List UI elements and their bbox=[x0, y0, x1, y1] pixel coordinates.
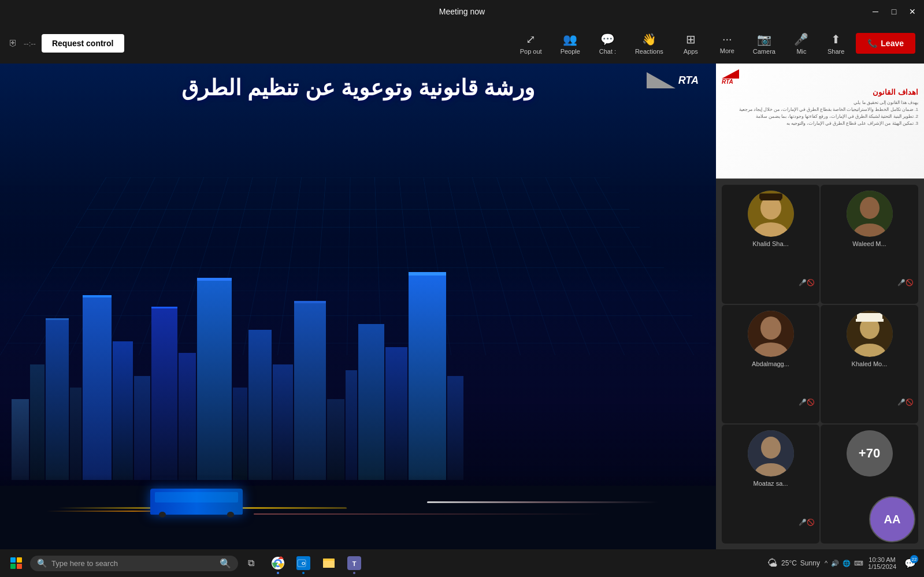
name-abdalmag: Abdalmagg... bbox=[752, 360, 789, 367]
chat-label: Chat : bbox=[599, 48, 616, 55]
close-button[interactable]: ✕ bbox=[907, 7, 918, 16]
meeting-toolbar: ⛨ --:-- Request control ⤢ Pop out 👥 Peop… bbox=[0, 23, 924, 64]
taskbar-app-outlook[interactable]: O bbox=[291, 551, 316, 575]
outlook-icon: O bbox=[296, 556, 310, 570]
city-skyline bbox=[0, 164, 716, 480]
thumb-content: يهدف هذا القانون إلى تحقيق ما يلي 1. ضما… bbox=[722, 99, 918, 127]
train bbox=[150, 489, 243, 515]
name-khalid: Khalid Sha... bbox=[752, 240, 788, 247]
participant-card-moataz: Moataz sa... 🎤🚫 bbox=[722, 425, 819, 544]
clock-time: 10:30 AM bbox=[869, 556, 895, 563]
chrome-dot bbox=[277, 572, 279, 574]
avatar-waleed bbox=[847, 191, 893, 237]
apps-button[interactable]: ⊞ Apps bbox=[675, 29, 707, 58]
camera-button[interactable]: 📷 Camera bbox=[746, 29, 782, 58]
shield-icon: ⛨ bbox=[9, 38, 18, 49]
svg-text:T: T bbox=[352, 560, 357, 567]
taskbar-app-teams[interactable]: T bbox=[342, 551, 366, 575]
more-count: +70 bbox=[847, 430, 893, 477]
windows-logo bbox=[10, 557, 22, 569]
chat-button[interactable]: 💬 Chat : bbox=[592, 29, 624, 58]
participants-grid: Khalid Sha... 🎤🚫 Waleed M... 🎤🚫 bbox=[716, 179, 924, 549]
self-initials: AA bbox=[884, 513, 901, 526]
mic-muted-khaled: 🎤🚫 bbox=[897, 399, 914, 406]
taskbar-search-text: Type here to search bbox=[51, 559, 118, 568]
taskbar: 🔍 Type here to search 🔍 ⧉ O bbox=[0, 549, 924, 577]
svg-rect-27 bbox=[323, 561, 335, 568]
search-emoji: 🔍 bbox=[220, 558, 231, 569]
reactions-button[interactable]: 👋 Reactions bbox=[628, 29, 670, 58]
start-button[interactable] bbox=[5, 552, 28, 575]
avatar-more: +70 bbox=[847, 430, 893, 477]
popout-button[interactable]: ⤢ Pop out bbox=[513, 29, 549, 58]
participant-card-abdalmag: Abdalmagg... 🎤🚫 bbox=[722, 305, 819, 424]
clock[interactable]: 10:30 AM 1/15/2024 bbox=[868, 556, 896, 570]
leave-label: Leave bbox=[881, 39, 904, 48]
files-icon bbox=[322, 556, 336, 570]
avatar-image-khalid bbox=[748, 191, 794, 237]
thumbnail-slide: RTA اهداف القانون يهدف هذا القانون إلى ت… bbox=[716, 64, 924, 179]
participant-card-khalid: Khalid Sha... 🎤🚫 bbox=[722, 185, 819, 304]
avatar-khalid bbox=[748, 191, 794, 237]
reactions-icon: 👋 bbox=[642, 32, 656, 46]
participant-card-waleed: Waleed M... 🎤🚫 bbox=[821, 185, 918, 304]
rta-text: RTA bbox=[678, 75, 699, 87]
chat-icon: 💬 bbox=[600, 32, 615, 46]
slide-background: ورشة قانونية وتوعوية عن تنظيم الطرق RTA bbox=[0, 64, 716, 549]
task-view-button[interactable]: ⧉ bbox=[240, 553, 261, 574]
name-khaled: Khaled Mo... bbox=[852, 360, 888, 367]
svg-rect-15 bbox=[856, 319, 884, 322]
right-panel: RTA اهداف القانون يهدف هذا القانون إلى ت… bbox=[716, 64, 924, 549]
name-moataz: Moataz sa... bbox=[754, 480, 788, 487]
taskbar-app-files[interactable] bbox=[317, 551, 341, 575]
thumbnail-bg: RTA اهداف القانون يهدف هذا القانون إلى ت… bbox=[716, 64, 924, 178]
mic-muted-moataz: 🎤🚫 bbox=[799, 519, 815, 526]
apps-icon: ⊞ bbox=[686, 32, 696, 46]
share-label: Share bbox=[827, 48, 844, 55]
mic-muted-khalid: 🎤🚫 bbox=[799, 279, 815, 286]
network-icon: 🌐 bbox=[843, 560, 851, 567]
name-waleed: Waleed M... bbox=[852, 240, 886, 247]
self-view-avatar: AA bbox=[869, 496, 915, 542]
avatar-image-khaled bbox=[847, 311, 893, 357]
minimize-button[interactable]: ─ bbox=[870, 7, 881, 16]
popout-icon: ⤢ bbox=[526, 32, 536, 46]
reactions-label: Reactions bbox=[635, 48, 663, 55]
avatar-image-waleed bbox=[847, 191, 893, 237]
svg-point-6 bbox=[860, 197, 880, 219]
phone-icon: 📞 bbox=[867, 39, 877, 48]
weather-temp: 25°C bbox=[781, 559, 797, 567]
leave-button[interactable]: 📞 Leave bbox=[856, 33, 915, 54]
teams-dot bbox=[353, 572, 355, 574]
taskview-icon: ⧉ bbox=[248, 558, 254, 568]
request-control-button[interactable]: Request control bbox=[42, 34, 124, 53]
notification-badge: 22 bbox=[910, 555, 918, 563]
system-tray: ^ 🔊 🌐 ⌨ bbox=[825, 560, 863, 567]
maximize-button[interactable]: □ bbox=[888, 7, 900, 16]
mic-label: Mic bbox=[796, 48, 806, 55]
rta-logo: RTA bbox=[647, 72, 699, 88]
taskbar-app-chrome[interactable] bbox=[266, 551, 290, 575]
people-button[interactable]: 👥 People bbox=[554, 29, 587, 58]
weather-condition: Sunny bbox=[800, 559, 820, 567]
notification-button[interactable]: 💬 22 bbox=[901, 554, 919, 572]
avatar-moataz bbox=[748, 430, 794, 477]
mic-muted-waleed: 🎤🚫 bbox=[897, 279, 914, 286]
mic-button[interactable]: 🎤 Mic bbox=[787, 29, 816, 58]
taskbar-search-icon: 🔍 bbox=[37, 559, 47, 568]
title-bar: Meeting now ─ □ ✕ bbox=[0, 0, 924, 23]
participant-card-khaled: Khaled Mo... 🎤🚫 bbox=[821, 305, 918, 424]
people-label: People bbox=[561, 48, 580, 55]
mic-icon: 🎤 bbox=[794, 32, 808, 46]
popout-label: Pop out bbox=[520, 48, 542, 55]
caret-icon[interactable]: ^ bbox=[825, 560, 827, 567]
window-title: Meeting now bbox=[439, 7, 485, 16]
taskbar-search[interactable]: 🔍 Type here to search 🔍 bbox=[30, 556, 238, 571]
share-button[interactable]: ⬆ Share bbox=[821, 29, 851, 58]
taskbar-right: 🌤 25°C Sunny ^ 🔊 🌐 ⌨ 10:30 AM 1/15/2024 … bbox=[767, 554, 919, 572]
more-button[interactable]: ··· More bbox=[711, 29, 743, 58]
thumb-title: اهداف القانون bbox=[722, 88, 918, 96]
more-icon: ··· bbox=[722, 32, 732, 46]
mic-muted-abdalmag: 🎤🚫 bbox=[799, 399, 815, 406]
main-content: ورشة قانونية وتوعوية عن تنظيم الطرق RTA … bbox=[0, 64, 924, 549]
